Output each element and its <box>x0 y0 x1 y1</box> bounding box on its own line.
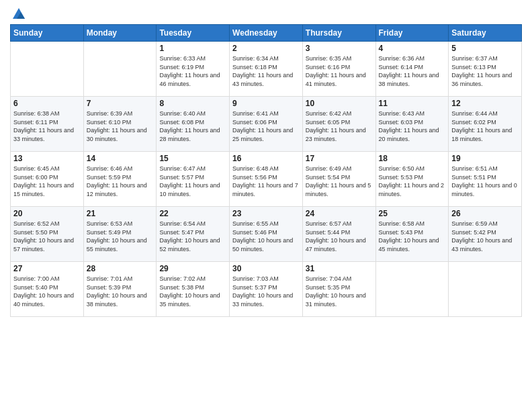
calendar-day-cell: 19Sunrise: 6:51 AM Sunset: 5:51 PM Dayli… <box>449 152 522 207</box>
calendar-week-row: 6Sunrise: 6:38 AM Sunset: 6:11 PM Daylig… <box>11 97 522 152</box>
calendar-day-cell <box>83 42 157 97</box>
day-number: 13 <box>13 154 81 163</box>
weekday-header: Sunday <box>11 25 84 42</box>
header <box>10 7 522 19</box>
day-number: 18 <box>379 154 446 163</box>
day-number: 4 <box>379 44 446 53</box>
day-info: Sunrise: 6:44 AM Sunset: 6:02 PM Dayligh… <box>451 109 519 143</box>
calendar-day-cell: 14Sunrise: 6:46 AM Sunset: 5:59 PM Dayli… <box>83 152 157 207</box>
calendar-day-cell: 25Sunrise: 6:58 AM Sunset: 5:43 PM Dayli… <box>375 207 449 262</box>
calendar-day-cell: 7Sunrise: 6:39 AM Sunset: 6:10 PM Daylig… <box>83 97 157 152</box>
day-number: 20 <box>13 209 81 218</box>
calendar-day-cell: 24Sunrise: 6:57 AM Sunset: 5:44 PM Dayli… <box>302 207 375 262</box>
calendar-day-cell: 21Sunrise: 6:53 AM Sunset: 5:49 PM Dayli… <box>83 207 157 262</box>
day-number: 2 <box>232 44 300 53</box>
day-info: Sunrise: 6:42 AM Sunset: 6:05 PM Dayligh… <box>306 109 373 143</box>
calendar-day-cell: 16Sunrise: 6:48 AM Sunset: 5:56 PM Dayli… <box>230 152 303 207</box>
day-info: Sunrise: 6:33 AM Sunset: 6:19 PM Dayligh… <box>159 54 226 88</box>
calendar-day-cell: 17Sunrise: 6:49 AM Sunset: 5:54 PM Dayli… <box>302 152 375 207</box>
calendar-day-cell: 11Sunrise: 6:43 AM Sunset: 6:03 PM Dayli… <box>375 97 449 152</box>
weekday-header: Monday <box>83 25 157 42</box>
calendar-week-row: 20Sunrise: 6:52 AM Sunset: 5:50 PM Dayli… <box>11 207 522 262</box>
day-number: 29 <box>159 264 226 273</box>
day-number: 8 <box>159 99 226 108</box>
day-info: Sunrise: 6:52 AM Sunset: 5:50 PM Dayligh… <box>13 220 81 253</box>
calendar-day-cell: 1Sunrise: 6:33 AM Sunset: 6:19 PM Daylig… <box>157 42 230 97</box>
calendar-day-cell: 5Sunrise: 6:37 AM Sunset: 6:13 PM Daylig… <box>449 42 522 97</box>
day-info: Sunrise: 6:51 AM Sunset: 5:51 PM Dayligh… <box>451 165 519 198</box>
day-info: Sunrise: 7:04 AM Sunset: 5:35 PM Dayligh… <box>306 275 373 308</box>
day-info: Sunrise: 6:54 AM Sunset: 5:47 PM Dayligh… <box>159 220 226 253</box>
day-number: 5 <box>451 44 519 53</box>
calendar-day-cell: 6Sunrise: 6:38 AM Sunset: 6:11 PM Daylig… <box>11 97 84 152</box>
calendar-day-cell <box>449 262 522 317</box>
calendar-day-cell: 23Sunrise: 6:55 AM Sunset: 5:46 PM Dayli… <box>230 207 303 262</box>
weekday-header: Friday <box>375 25 449 42</box>
day-number: 15 <box>159 154 226 163</box>
calendar-day-cell: 13Sunrise: 6:45 AM Sunset: 6:00 PM Dayli… <box>11 152 84 207</box>
day-info: Sunrise: 7:02 AM Sunset: 5:38 PM Dayligh… <box>159 275 226 308</box>
calendar-day-cell: 4Sunrise: 6:36 AM Sunset: 6:14 PM Daylig… <box>375 42 449 97</box>
day-info: Sunrise: 6:55 AM Sunset: 5:46 PM Dayligh… <box>232 220 300 253</box>
day-number: 10 <box>306 99 373 108</box>
calendar-day-cell: 27Sunrise: 7:00 AM Sunset: 5:40 PM Dayli… <box>11 262 84 317</box>
day-info: Sunrise: 6:35 AM Sunset: 6:16 PM Dayligh… <box>306 54 373 88</box>
day-info: Sunrise: 6:36 AM Sunset: 6:14 PM Dayligh… <box>379 54 446 88</box>
day-info: Sunrise: 6:50 AM Sunset: 5:53 PM Dayligh… <box>379 165 446 198</box>
logo-text <box>10 7 26 21</box>
day-number: 21 <box>87 209 154 218</box>
calendar-day-cell: 9Sunrise: 6:41 AM Sunset: 6:06 PM Daylig… <box>230 97 303 152</box>
day-info: Sunrise: 6:37 AM Sunset: 6:13 PM Dayligh… <box>451 54 519 88</box>
day-info: Sunrise: 6:40 AM Sunset: 6:08 PM Dayligh… <box>159 109 226 143</box>
day-number: 30 <box>232 264 300 273</box>
day-number: 27 <box>13 264 81 273</box>
day-info: Sunrise: 6:47 AM Sunset: 5:57 PM Dayligh… <box>159 165 226 198</box>
weekday-header: Thursday <box>302 25 375 42</box>
day-info: Sunrise: 6:46 AM Sunset: 5:59 PM Dayligh… <box>87 165 154 198</box>
calendar-day-cell: 31Sunrise: 7:04 AM Sunset: 5:35 PM Dayli… <box>302 262 375 317</box>
day-number: 17 <box>306 154 373 163</box>
day-number: 3 <box>306 44 373 53</box>
day-info: Sunrise: 7:01 AM Sunset: 5:39 PM Dayligh… <box>87 275 154 308</box>
calendar-week-row: 1Sunrise: 6:33 AM Sunset: 6:19 PM Daylig… <box>11 42 522 97</box>
calendar-week-row: 27Sunrise: 7:00 AM Sunset: 5:40 PM Dayli… <box>11 262 522 317</box>
calendar-day-cell: 30Sunrise: 7:03 AM Sunset: 5:37 PM Dayli… <box>230 262 303 317</box>
day-number: 24 <box>306 209 373 218</box>
day-number: 6 <box>13 99 81 108</box>
day-number: 7 <box>87 99 154 108</box>
day-number: 28 <box>87 264 154 273</box>
day-number: 31 <box>306 264 373 273</box>
day-number: 23 <box>232 209 300 218</box>
calendar-day-cell: 20Sunrise: 6:52 AM Sunset: 5:50 PM Dayli… <box>11 207 84 262</box>
day-number: 11 <box>379 99 446 108</box>
calendar-day-cell: 26Sunrise: 6:59 AM Sunset: 5:42 PM Dayli… <box>449 207 522 262</box>
calendar-day-cell: 3Sunrise: 6:35 AM Sunset: 6:16 PM Daylig… <box>302 42 375 97</box>
calendar-day-cell <box>11 42 84 97</box>
day-info: Sunrise: 6:39 AM Sunset: 6:10 PM Dayligh… <box>87 109 154 143</box>
day-info: Sunrise: 6:45 AM Sunset: 6:00 PM Dayligh… <box>13 165 81 198</box>
calendar-day-cell: 22Sunrise: 6:54 AM Sunset: 5:47 PM Dayli… <box>157 207 230 262</box>
calendar-day-cell: 15Sunrise: 6:47 AM Sunset: 5:57 PM Dayli… <box>157 152 230 207</box>
calendar-day-cell: 18Sunrise: 6:50 AM Sunset: 5:53 PM Dayli… <box>375 152 449 207</box>
calendar-week-row: 13Sunrise: 6:45 AM Sunset: 6:00 PM Dayli… <box>11 152 522 207</box>
calendar-day-cell: 2Sunrise: 6:34 AM Sunset: 6:18 PM Daylig… <box>230 42 303 97</box>
day-info: Sunrise: 7:03 AM Sunset: 5:37 PM Dayligh… <box>232 275 300 308</box>
calendar-table: SundayMondayTuesdayWednesdayThursdayFrid… <box>10 24 522 317</box>
day-info: Sunrise: 6:53 AM Sunset: 5:49 PM Dayligh… <box>87 220 154 253</box>
page: SundayMondayTuesdayWednesdayThursdayFrid… <box>0 0 532 411</box>
day-info: Sunrise: 6:43 AM Sunset: 6:03 PM Dayligh… <box>379 109 446 143</box>
day-info: Sunrise: 6:59 AM Sunset: 5:42 PM Dayligh… <box>451 220 519 253</box>
weekday-header: Wednesday <box>230 25 303 42</box>
calendar-day-cell: 12Sunrise: 6:44 AM Sunset: 6:02 PM Dayli… <box>449 97 522 152</box>
day-number: 26 <box>451 209 519 218</box>
day-info: Sunrise: 6:41 AM Sunset: 6:06 PM Dayligh… <box>232 109 300 143</box>
day-info: Sunrise: 6:49 AM Sunset: 5:54 PM Dayligh… <box>306 165 373 198</box>
calendar-day-cell: 29Sunrise: 7:02 AM Sunset: 5:38 PM Dayli… <box>157 262 230 317</box>
calendar-header-row: SundayMondayTuesdayWednesdayThursdayFrid… <box>11 25 522 42</box>
logo-icon <box>11 7 26 21</box>
day-number: 12 <box>451 99 519 108</box>
calendar-day-cell: 10Sunrise: 6:42 AM Sunset: 6:05 PM Dayli… <box>302 97 375 152</box>
calendar-day-cell <box>375 262 449 317</box>
day-number: 1 <box>159 44 226 53</box>
day-info: Sunrise: 6:34 AM Sunset: 6:18 PM Dayligh… <box>232 54 300 88</box>
